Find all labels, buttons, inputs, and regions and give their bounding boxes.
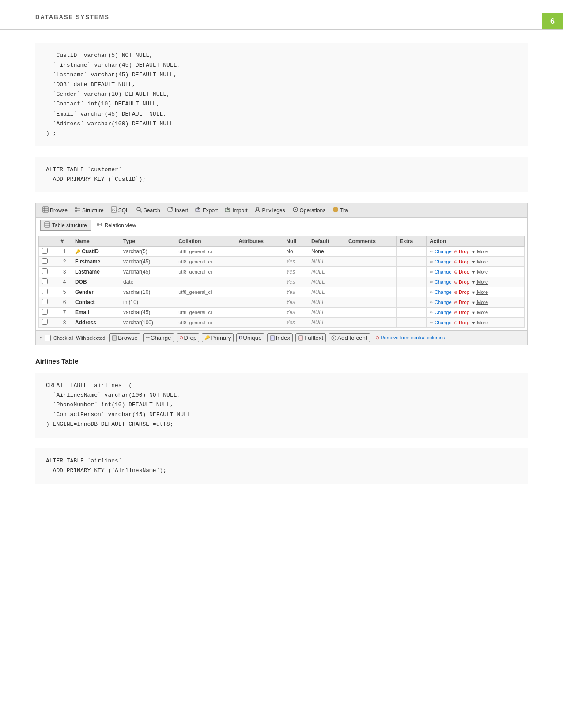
table-icon [42,206,49,214]
more-link[interactable]: More [476,320,488,325]
table-row: 1 🔑 CustID varchar(5) utf8_general_ci No… [39,247,525,257]
row-checkbox[interactable] [42,258,48,264]
row-checkbox[interactable] [42,268,48,274]
bottombar-index-button[interactable]: i Index [267,333,293,342]
subtoolbar-table-structure-button[interactable]: Table structure [40,220,91,231]
drop-link[interactable]: Drop [457,300,469,305]
check-all-label: Check all [53,335,73,341]
row-action: ✏ Change ⊖ Drop ▼ More [426,267,524,277]
row-default: NULL [308,287,345,297]
bottombar-unique-button[interactable]: 𝐔 Unique [236,333,264,342]
row-collation: utf8_general_ci [175,287,235,297]
check-all-checkbox[interactable] [45,335,51,341]
col-header-checkbox [39,236,57,247]
row-num: 1 [57,247,72,257]
toolbar-structure-button[interactable]: Structure [72,205,107,215]
more-link[interactable]: More [476,300,488,305]
search-icon [136,206,142,214]
row-checkbox-cell [39,297,57,308]
toolbar-import-button[interactable]: Import [222,205,250,215]
row-comments [345,277,396,287]
drop-link[interactable]: Drop [457,269,469,274]
row-checkbox[interactable] [42,309,48,315]
toolbar-tra-label: Tra [340,207,348,214]
toolbar-tra-button[interactable]: Tra [329,205,351,215]
subtoolbar-relation-view-label: Relation view [105,222,136,229]
bottombar-add-to-cent-button[interactable]: Add to cent [329,333,370,342]
bottombar-browse-button[interactable]: Browse [109,333,140,342]
change-link[interactable]: Change [433,300,452,305]
relation-icon [97,221,103,229]
toolbar-export-button[interactable]: Export [192,205,221,215]
svg-rect-0 [43,207,48,212]
row-checkbox[interactable] [42,299,48,304]
row-num: 2 [57,257,72,267]
change-link[interactable]: Change [433,320,452,325]
toolbar-insert-button[interactable]: Insert [164,205,191,215]
bottombar-drop-button[interactable]: ⊖ Drop [177,333,200,342]
toolbar-operations-button[interactable]: Operations [289,205,329,215]
remove-from-central-columns-link[interactable]: ⊖ Remove from central columns [375,335,445,341]
change-icon: ✏ [146,335,150,341]
more-link[interactable]: More [476,259,488,264]
code-block-alter-customer: ALTER TABLE `customer` ADD PRIMARY KEY (… [35,157,528,192]
row-extra [397,287,427,297]
export-icon [195,206,201,214]
import-icon [225,206,231,214]
structure-table: # Name Type Collation Attributes Null De… [38,236,525,328]
bottombar-primary-button[interactable]: 🔑 Primary [202,333,234,342]
drop-link[interactable]: Drop [457,279,469,285]
row-checkbox[interactable] [42,319,48,325]
row-extra [397,277,427,287]
toolbar-privileges-button[interactable]: Privileges [251,205,288,215]
row-default: None [308,247,345,257]
change-link[interactable]: Change [433,269,452,274]
col-header-extra: Extra [397,236,427,247]
subtoolbar-relation-view-button[interactable]: Relation view [93,220,140,231]
svg-rect-22 [333,207,338,212]
toolbar-sql-button[interactable]: SQL SQL [108,205,132,215]
toolbar-browse-button[interactable]: Browse [39,205,71,215]
drop-link[interactable]: Drop [457,289,469,295]
bottombar-change-button[interactable]: ✏ Change [143,333,174,342]
with-selected-label: With selected: [76,335,106,341]
drop-link[interactable]: Drop [457,259,469,264]
more-link[interactable]: More [476,279,488,285]
row-checkbox[interactable] [42,278,48,284]
row-checkbox[interactable] [42,289,48,294]
row-attributes [235,277,283,287]
change-link[interactable]: Change [433,279,452,285]
privileges-icon [254,206,261,214]
toolbar-search-button[interactable]: Search [133,205,163,215]
unique-icon: 𝐔 [239,335,242,341]
more-link[interactable]: More [476,310,488,315]
drop-link[interactable]: Drop [457,320,469,325]
change-link[interactable]: Change [433,289,452,295]
col-header-name: Name [72,236,120,247]
change-link[interactable]: Change [433,310,452,315]
add-to-cent-icon [331,335,336,341]
bottombar-change-label: Change [151,334,171,341]
tra-icon [333,206,339,214]
page-number: 6 [542,13,563,29]
row-num: 8 [57,318,72,328]
drop-link[interactable]: Drop [457,249,469,254]
drop-link[interactable]: Drop [457,310,469,315]
row-checkbox[interactable] [42,248,48,254]
change-link[interactable]: Change [433,249,452,254]
row-checkbox-cell [39,308,57,318]
row-default: NULL [308,257,345,267]
row-name: Address [72,318,120,328]
row-action: ✏ Change ⊖ Drop ▼ More [426,277,524,287]
bottombar-fulltext-button[interactable]: T Fulltext [295,333,326,342]
change-link[interactable]: Change [433,259,452,264]
row-extra [397,257,427,267]
more-link[interactable]: More [476,289,488,295]
more-link[interactable]: More [476,269,488,274]
row-comments [345,257,396,267]
svg-rect-26 [97,223,99,226]
sql-icon: SQL [111,206,117,214]
more-link[interactable]: More [476,249,488,254]
row-name: 🔑 CustID [72,247,120,257]
row-extra [397,267,427,277]
